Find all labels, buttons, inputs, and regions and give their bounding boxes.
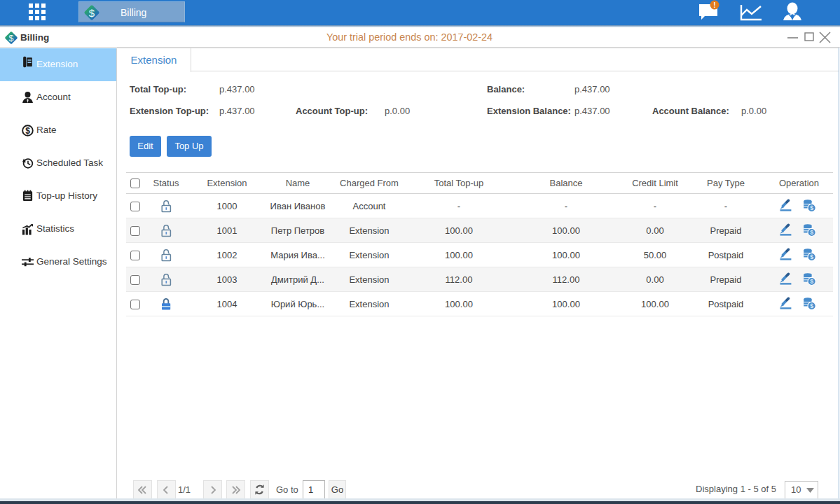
svg-text:$: $ bbox=[810, 229, 813, 236]
svg-text:$: $ bbox=[810, 253, 813, 260]
svg-text:$: $ bbox=[25, 126, 30, 136]
svg-text:$: $ bbox=[810, 204, 813, 211]
svg-text:!: ! bbox=[713, 1, 715, 9]
svg-text:$: $ bbox=[810, 302, 813, 309]
svg-text:$: $ bbox=[810, 278, 813, 285]
svg-text:$: $ bbox=[89, 7, 95, 19]
